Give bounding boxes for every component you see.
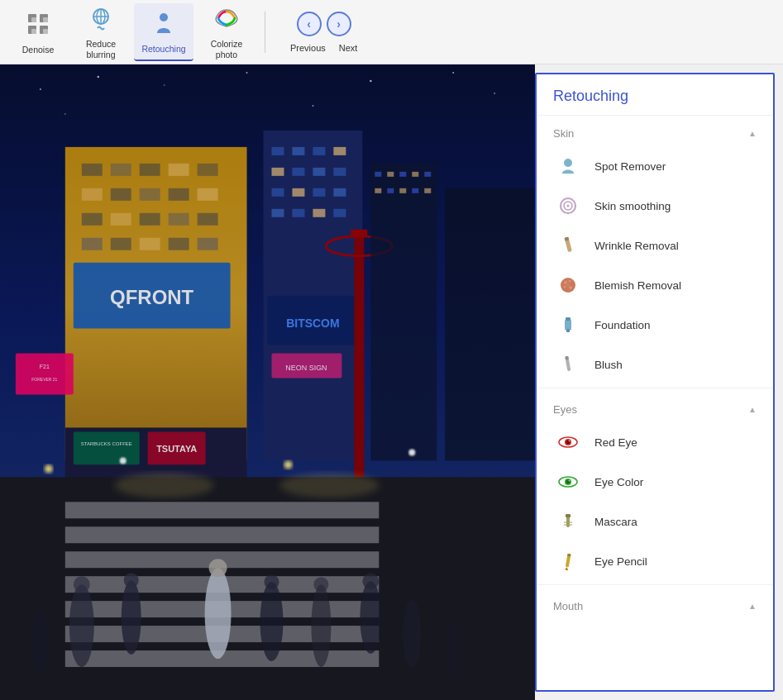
- wrinkle-removal-icon: [556, 234, 580, 257]
- eye-pencil-label: Eye Pencil: [594, 555, 647, 568]
- svg-point-141: [569, 440, 571, 442]
- skin-smoothing-icon: [556, 194, 580, 217]
- toolbar-reduce-blurring[interactable]: Reduceblurring: [71, 3, 131, 61]
- red-eye-label: Red Eye: [594, 436, 637, 449]
- svg-rect-135: [566, 329, 570, 332]
- reduce-blurring-label: Reduceblurring: [86, 39, 116, 60]
- skin-label: Skin: [553, 127, 574, 140]
- svg-point-12: [160, 13, 168, 21]
- eyes-collapse-arrow[interactable]: ▲: [748, 405, 757, 414]
- eye-pencil-item[interactable]: Eye Pencil: [537, 541, 773, 581]
- blush-icon: [556, 353, 580, 376]
- mouth-label: Mouth: [553, 600, 583, 612]
- blemish-removal-label: Blemish Removal: [594, 279, 681, 292]
- svg-rect-120: [0, 64, 535, 700]
- toolbar-retouching[interactable]: Retouching: [134, 3, 193, 61]
- red-eye-icon: [556, 431, 580, 454]
- svg-rect-134: [566, 317, 571, 321]
- foundation-label: Foundation: [594, 319, 651, 331]
- toolbar-colorize-photo[interactable]: Colorizephoto: [197, 3, 256, 61]
- colorize-photo-label: Colorizephoto: [211, 39, 243, 60]
- mouth-section-header[interactable]: Mouth ▲: [537, 588, 773, 619]
- spot-remover-item[interactable]: Spot Remover: [537, 146, 773, 186]
- svg-marker-153: [565, 567, 569, 571]
- spot-remover-icon: [556, 155, 580, 178]
- eyes-mouth-divider: [537, 584, 773, 585]
- wrinkle-removal-item[interactable]: Wrinkle Removal: [537, 226, 773, 265]
- wrinkle-removal-label: Wrinkle Removal: [594, 240, 679, 252]
- svg-rect-137: [565, 356, 569, 360]
- mascara-label: Mascara: [594, 516, 637, 528]
- svg-rect-6: [31, 29, 36, 34]
- mascara-icon: [556, 510, 580, 533]
- skin-section-header[interactable]: Skin ▲: [537, 116, 773, 146]
- svg-point-128: [564, 281, 567, 284]
- panel-title: Retouching: [537, 74, 773, 116]
- spot-remover-label: Spot Remover: [594, 160, 666, 173]
- main-area: QFRONT STARBUCKS COFFEE TSUTAYA: [0, 64, 783, 700]
- blemish-removal-item[interactable]: Blemish Removal: [537, 265, 773, 305]
- toolbar-denoise[interactable]: Denoise: [8, 3, 68, 61]
- next-button[interactable]: ›: [327, 12, 351, 36]
- reduce-blurring-icon: [88, 5, 114, 36]
- svg-point-132: [567, 284, 569, 286]
- retouching-label: Retouching: [141, 44, 185, 55]
- svg-rect-147: [566, 514, 571, 517]
- colorize-photo-icon: [213, 5, 240, 36]
- skin-eyes-divider: [537, 388, 773, 388]
- red-eye-item[interactable]: Red Eye: [537, 422, 773, 462]
- svg-rect-133: [565, 319, 571, 331]
- skin-collapse-arrow[interactable]: ▲: [748, 129, 757, 138]
- foundation-item[interactable]: Foundation: [537, 305, 773, 345]
- nav-labels: Previous Next: [290, 43, 357, 53]
- svg-point-124: [567, 205, 570, 207]
- svg-point-131: [569, 286, 572, 289]
- next-label: Next: [339, 43, 358, 53]
- prev-label: Previous: [290, 43, 326, 53]
- eyes-label: Eyes: [553, 403, 577, 416]
- svg-rect-5: [43, 17, 48, 22]
- eye-color-icon: [556, 470, 580, 493]
- svg-point-145: [569, 480, 571, 482]
- retouching-panel: Retouching Skin ▲ Spot Remover: [535, 73, 775, 692]
- svg-rect-7: [43, 29, 48, 34]
- eyes-section-header[interactable]: Eyes ▲: [537, 392, 773, 422]
- eye-color-item[interactable]: Eye Color: [537, 462, 773, 502]
- blemish-removal-icon: [556, 274, 580, 297]
- toolbar: Denoise Reduceblurring Retouching: [0, 0, 783, 64]
- skin-smoothing-item[interactable]: Skin smoothing: [537, 186, 773, 226]
- toolbar-sep-1: [265, 12, 265, 53]
- svg-point-130: [564, 286, 566, 288]
- mouth-collapse-arrow[interactable]: ▲: [748, 602, 757, 611]
- nav-arrows: ‹ ›: [297, 12, 351, 36]
- retouching-icon: [150, 10, 177, 40]
- eye-pencil-icon: [556, 550, 580, 573]
- blush-item[interactable]: Blush: [537, 345, 773, 384]
- denoise-icon: [25, 11, 51, 41]
- eye-color-label: Eye Color: [594, 476, 643, 488]
- denoise-label: Denoise: [22, 45, 55, 55]
- svg-rect-4: [31, 17, 36, 22]
- nav-group: ‹ › Previous Next: [290, 12, 357, 53]
- svg-point-121: [564, 159, 572, 167]
- blush-label: Blush: [594, 359, 623, 371]
- svg-point-129: [569, 280, 571, 283]
- skin-smoothing-label: Skin smoothing: [594, 200, 671, 212]
- city-image: QFRONT STARBUCKS COFFEE TSUTAYA: [0, 64, 535, 700]
- image-area: QFRONT STARBUCKS COFFEE TSUTAYA: [0, 64, 535, 700]
- foundation-icon: [556, 313, 580, 336]
- mascara-item[interactable]: Mascara: [537, 502, 773, 541]
- prev-button[interactable]: ‹: [297, 12, 322, 36]
